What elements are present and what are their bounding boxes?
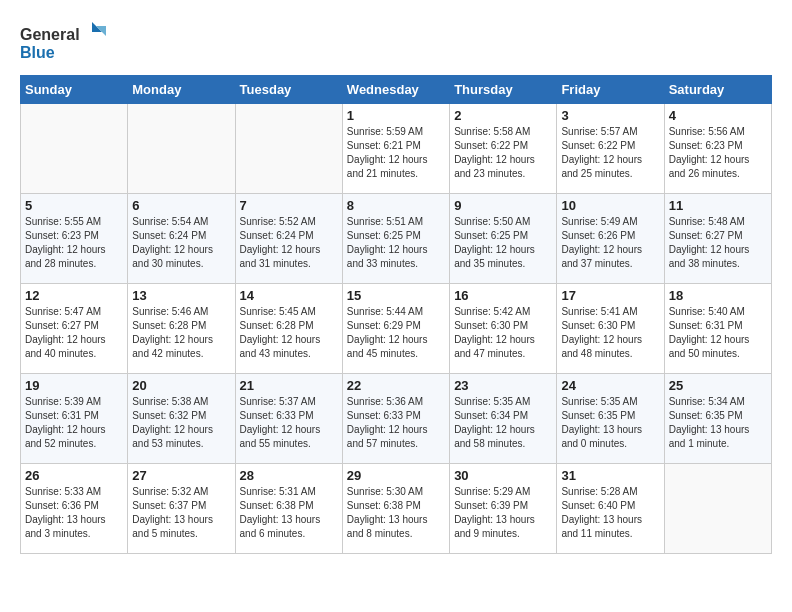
day-info: Sunrise: 5:49 AM Sunset: 6:26 PM Dayligh… <box>561 215 659 271</box>
calendar-cell: 10Sunrise: 5:49 AM Sunset: 6:26 PM Dayli… <box>557 194 664 284</box>
calendar-cell: 1Sunrise: 5:59 AM Sunset: 6:21 PM Daylig… <box>342 104 449 194</box>
day-info: Sunrise: 5:56 AM Sunset: 6:23 PM Dayligh… <box>669 125 767 181</box>
calendar-cell: 22Sunrise: 5:36 AM Sunset: 6:33 PM Dayli… <box>342 374 449 464</box>
calendar-cell: 19Sunrise: 5:39 AM Sunset: 6:31 PM Dayli… <box>21 374 128 464</box>
day-info: Sunrise: 5:39 AM Sunset: 6:31 PM Dayligh… <box>25 395 123 451</box>
calendar-cell: 9Sunrise: 5:50 AM Sunset: 6:25 PM Daylig… <box>450 194 557 284</box>
weekday-header-wednesday: Wednesday <box>342 76 449 104</box>
day-number: 30 <box>454 468 552 483</box>
svg-text:General: General <box>20 26 80 43</box>
day-number: 3 <box>561 108 659 123</box>
day-number: 17 <box>561 288 659 303</box>
calendar-cell: 28Sunrise: 5:31 AM Sunset: 6:38 PM Dayli… <box>235 464 342 554</box>
week-row-1: 1Sunrise: 5:59 AM Sunset: 6:21 PM Daylig… <box>21 104 772 194</box>
logo: GeneralBlue <box>20 20 110 65</box>
header: GeneralBlue <box>20 20 772 65</box>
calendar-cell: 30Sunrise: 5:29 AM Sunset: 6:39 PM Dayli… <box>450 464 557 554</box>
calendar-cell: 6Sunrise: 5:54 AM Sunset: 6:24 PM Daylig… <box>128 194 235 284</box>
calendar-cell: 2Sunrise: 5:58 AM Sunset: 6:22 PM Daylig… <box>450 104 557 194</box>
calendar-cell: 11Sunrise: 5:48 AM Sunset: 6:27 PM Dayli… <box>664 194 771 284</box>
day-number: 13 <box>132 288 230 303</box>
day-number: 9 <box>454 198 552 213</box>
calendar-cell: 3Sunrise: 5:57 AM Sunset: 6:22 PM Daylig… <box>557 104 664 194</box>
day-number: 19 <box>25 378 123 393</box>
calendar-cell <box>235 104 342 194</box>
day-number: 31 <box>561 468 659 483</box>
day-number: 25 <box>669 378 767 393</box>
day-info: Sunrise: 5:47 AM Sunset: 6:27 PM Dayligh… <box>25 305 123 361</box>
calendar-cell: 12Sunrise: 5:47 AM Sunset: 6:27 PM Dayli… <box>21 284 128 374</box>
weekday-header-tuesday: Tuesday <box>235 76 342 104</box>
day-number: 16 <box>454 288 552 303</box>
calendar-cell: 23Sunrise: 5:35 AM Sunset: 6:34 PM Dayli… <box>450 374 557 464</box>
day-number: 14 <box>240 288 338 303</box>
calendar-cell: 4Sunrise: 5:56 AM Sunset: 6:23 PM Daylig… <box>664 104 771 194</box>
weekday-header-saturday: Saturday <box>664 76 771 104</box>
week-row-5: 26Sunrise: 5:33 AM Sunset: 6:36 PM Dayli… <box>21 464 772 554</box>
day-number: 26 <box>25 468 123 483</box>
calendar: SundayMondayTuesdayWednesdayThursdayFrid… <box>20 75 772 554</box>
calendar-cell: 15Sunrise: 5:44 AM Sunset: 6:29 PM Dayli… <box>342 284 449 374</box>
day-info: Sunrise: 5:45 AM Sunset: 6:28 PM Dayligh… <box>240 305 338 361</box>
calendar-cell: 8Sunrise: 5:51 AM Sunset: 6:25 PM Daylig… <box>342 194 449 284</box>
day-info: Sunrise: 5:31 AM Sunset: 6:38 PM Dayligh… <box>240 485 338 541</box>
day-info: Sunrise: 5:58 AM Sunset: 6:22 PM Dayligh… <box>454 125 552 181</box>
calendar-cell: 21Sunrise: 5:37 AM Sunset: 6:33 PM Dayli… <box>235 374 342 464</box>
day-info: Sunrise: 5:28 AM Sunset: 6:40 PM Dayligh… <box>561 485 659 541</box>
calendar-cell: 26Sunrise: 5:33 AM Sunset: 6:36 PM Dayli… <box>21 464 128 554</box>
logo-svg: GeneralBlue <box>20 20 110 65</box>
day-info: Sunrise: 5:38 AM Sunset: 6:32 PM Dayligh… <box>132 395 230 451</box>
day-number: 10 <box>561 198 659 213</box>
day-info: Sunrise: 5:59 AM Sunset: 6:21 PM Dayligh… <box>347 125 445 181</box>
day-info: Sunrise: 5:29 AM Sunset: 6:39 PM Dayligh… <box>454 485 552 541</box>
day-number: 22 <box>347 378 445 393</box>
week-row-4: 19Sunrise: 5:39 AM Sunset: 6:31 PM Dayli… <box>21 374 772 464</box>
day-info: Sunrise: 5:48 AM Sunset: 6:27 PM Dayligh… <box>669 215 767 271</box>
day-number: 29 <box>347 468 445 483</box>
calendar-cell: 25Sunrise: 5:34 AM Sunset: 6:35 PM Dayli… <box>664 374 771 464</box>
calendar-cell: 31Sunrise: 5:28 AM Sunset: 6:40 PM Dayli… <box>557 464 664 554</box>
weekday-header-row: SundayMondayTuesdayWednesdayThursdayFrid… <box>21 76 772 104</box>
calendar-cell: 17Sunrise: 5:41 AM Sunset: 6:30 PM Dayli… <box>557 284 664 374</box>
day-info: Sunrise: 5:51 AM Sunset: 6:25 PM Dayligh… <box>347 215 445 271</box>
day-number: 23 <box>454 378 552 393</box>
day-number: 7 <box>240 198 338 213</box>
week-row-2: 5Sunrise: 5:55 AM Sunset: 6:23 PM Daylig… <box>21 194 772 284</box>
day-number: 24 <box>561 378 659 393</box>
day-number: 18 <box>669 288 767 303</box>
day-number: 5 <box>25 198 123 213</box>
calendar-cell: 24Sunrise: 5:35 AM Sunset: 6:35 PM Dayli… <box>557 374 664 464</box>
day-number: 11 <box>669 198 767 213</box>
day-info: Sunrise: 5:34 AM Sunset: 6:35 PM Dayligh… <box>669 395 767 451</box>
day-info: Sunrise: 5:41 AM Sunset: 6:30 PM Dayligh… <box>561 305 659 361</box>
calendar-cell: 18Sunrise: 5:40 AM Sunset: 6:31 PM Dayli… <box>664 284 771 374</box>
calendar-cell: 29Sunrise: 5:30 AM Sunset: 6:38 PM Dayli… <box>342 464 449 554</box>
day-number: 8 <box>347 198 445 213</box>
day-number: 12 <box>25 288 123 303</box>
weekday-header-friday: Friday <box>557 76 664 104</box>
calendar-cell <box>664 464 771 554</box>
day-info: Sunrise: 5:44 AM Sunset: 6:29 PM Dayligh… <box>347 305 445 361</box>
day-info: Sunrise: 5:32 AM Sunset: 6:37 PM Dayligh… <box>132 485 230 541</box>
day-info: Sunrise: 5:55 AM Sunset: 6:23 PM Dayligh… <box>25 215 123 271</box>
day-info: Sunrise: 5:35 AM Sunset: 6:35 PM Dayligh… <box>561 395 659 451</box>
calendar-cell <box>21 104 128 194</box>
day-info: Sunrise: 5:42 AM Sunset: 6:30 PM Dayligh… <box>454 305 552 361</box>
calendar-cell: 27Sunrise: 5:32 AM Sunset: 6:37 PM Dayli… <box>128 464 235 554</box>
calendar-cell: 13Sunrise: 5:46 AM Sunset: 6:28 PM Dayli… <box>128 284 235 374</box>
day-number: 27 <box>132 468 230 483</box>
calendar-cell: 16Sunrise: 5:42 AM Sunset: 6:30 PM Dayli… <box>450 284 557 374</box>
day-info: Sunrise: 5:35 AM Sunset: 6:34 PM Dayligh… <box>454 395 552 451</box>
calendar-cell: 7Sunrise: 5:52 AM Sunset: 6:24 PM Daylig… <box>235 194 342 284</box>
day-number: 15 <box>347 288 445 303</box>
day-info: Sunrise: 5:54 AM Sunset: 6:24 PM Dayligh… <box>132 215 230 271</box>
weekday-header-thursday: Thursday <box>450 76 557 104</box>
day-info: Sunrise: 5:52 AM Sunset: 6:24 PM Dayligh… <box>240 215 338 271</box>
day-info: Sunrise: 5:46 AM Sunset: 6:28 PM Dayligh… <box>132 305 230 361</box>
calendar-cell: 20Sunrise: 5:38 AM Sunset: 6:32 PM Dayli… <box>128 374 235 464</box>
weekday-header-sunday: Sunday <box>21 76 128 104</box>
day-number: 28 <box>240 468 338 483</box>
day-number: 2 <box>454 108 552 123</box>
day-info: Sunrise: 5:30 AM Sunset: 6:38 PM Dayligh… <box>347 485 445 541</box>
svg-text:Blue: Blue <box>20 44 55 61</box>
